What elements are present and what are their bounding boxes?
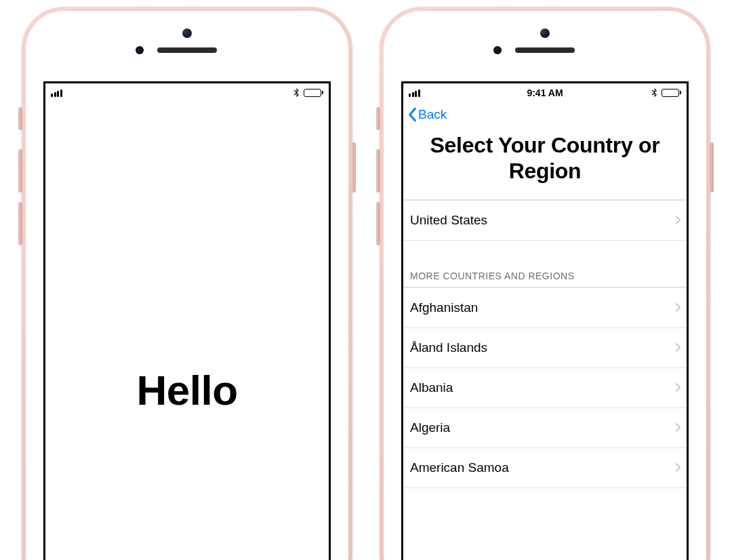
hello-greeting: Hello [136, 366, 237, 414]
nav-bar: Back [403, 100, 687, 129]
country-list-more: AfghanistanÅland IslandsAlbaniaAlgeriaAm… [403, 287, 687, 488]
country-row[interactable]: Åland Islands [403, 327, 687, 367]
status-bar: 9:41 AM [403, 83, 687, 100]
iphone-mockup-left: Hello Press home to open i [22, 7, 352, 560]
screen-hello: Hello Press home to open i [43, 81, 331, 560]
back-label: Back [418, 107, 447, 122]
chevron-right-icon [675, 422, 681, 433]
chevron-right-icon [675, 462, 681, 473]
power-button [710, 142, 714, 193]
front-camera [182, 28, 192, 38]
bluetooth-icon [651, 88, 657, 98]
earpiece-speaker [157, 47, 217, 53]
country-row[interactable]: Albania [403, 367, 687, 407]
volume-up-button [18, 149, 22, 193]
device-top-hardware [26, 11, 348, 79]
country-label: Algeria [410, 420, 450, 435]
page-title: Select Your Country or Region [403, 129, 687, 199]
proximity-sensor [493, 46, 502, 54]
country-row[interactable]: Afghanistan [403, 287, 687, 327]
battery-icon [662, 89, 681, 97]
device-top-hardware [384, 11, 706, 79]
mute-switch [18, 107, 22, 130]
volume-up-button [376, 149, 380, 193]
chevron-left-icon [407, 107, 417, 122]
chevron-right-icon [675, 342, 681, 353]
screen-country-select: 9:41 AM [401, 81, 689, 560]
country-row[interactable]: American Samoa [403, 447, 687, 488]
country-label: Albania [410, 380, 453, 395]
cell-signal-icon [51, 89, 62, 97]
bluetooth-icon [293, 88, 300, 98]
volume-down-button [376, 202, 380, 245]
chevron-right-icon [675, 215, 681, 225]
country-row-top[interactable]: United States [403, 200, 687, 241]
iphone-mockup-right: 9:41 AM [380, 7, 710, 560]
chevron-right-icon [675, 382, 681, 393]
mute-switch [376, 107, 380, 130]
front-camera [540, 28, 550, 38]
battery-icon [304, 89, 323, 97]
section-header-more: MORE COUNTRIES AND REGIONS [403, 241, 687, 287]
status-time: 9:41 AM [527, 87, 563, 98]
power-button [352, 142, 356, 193]
country-label: Åland Islands [410, 340, 487, 355]
country-row[interactable]: Algeria [403, 407, 687, 447]
country-label: United States [410, 213, 487, 228]
cell-signal-icon [409, 89, 420, 97]
earpiece-speaker [515, 47, 575, 53]
status-bar [45, 83, 329, 100]
chevron-right-icon [675, 302, 681, 313]
volume-down-button [18, 202, 22, 245]
country-label: Afghanistan [410, 300, 478, 315]
back-button[interactable]: Back [407, 107, 447, 122]
country-label: American Samoa [410, 460, 509, 475]
proximity-sensor [136, 46, 144, 54]
